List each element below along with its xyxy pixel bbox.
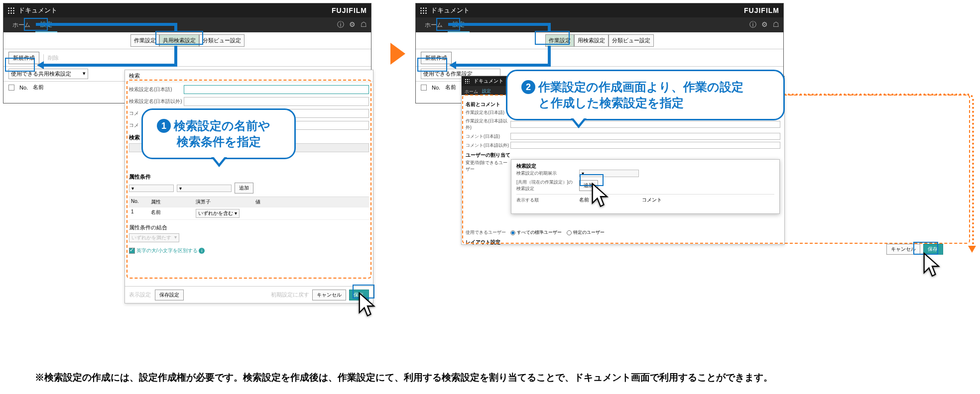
- case-label: 英字の大/小文字を区別する: [136, 248, 198, 253]
- flow-arrow: [548, 46, 551, 67]
- radio-specific-users[interactable]: [567, 230, 572, 235]
- lbl-comment-jp: コメント(日本語): [466, 133, 510, 140]
- app-title: ドキュメント: [431, 6, 470, 15]
- flow-arrow: [448, 23, 548, 26]
- highlight-new-button: [417, 58, 447, 72]
- lbl-show-order: 表示する順: [516, 197, 576, 203]
- show-settings-btn[interactable]: 表示設定: [129, 291, 151, 298]
- add-attr-button[interactable]: 追加: [235, 183, 253, 194]
- apps-icon[interactable]: [465, 79, 470, 84]
- lbl-user-edit: 変更/削除できるユーザー: [466, 160, 510, 173]
- input-comment-other[interactable]: [510, 142, 780, 149]
- section-user-assign: ユーザーの割り当て: [466, 152, 780, 159]
- brand-logo: FUJIFILM: [744, 6, 779, 14]
- section-layout: レイアウト設定: [466, 239, 780, 246]
- op-dropdown[interactable]: いずれかを含む ▾: [196, 209, 240, 218]
- chevron-down-icon: ▾: [83, 70, 86, 78]
- apps-icon[interactable]: [7, 7, 14, 14]
- input-comment-jp[interactable]: [510, 133, 780, 140]
- case-checkbox[interactable]: [129, 248, 135, 254]
- dotted-arrow-head-icon: [968, 246, 976, 253]
- tab-category-view[interactable]: 分類ビュー設定: [199, 34, 245, 47]
- callout-2-tail: [571, 118, 587, 128]
- brand-logo: FUJIFILM: [332, 6, 367, 14]
- help-icon[interactable]: ⓘ: [337, 20, 344, 29]
- lbl-comment-other: コメント(日本語以外): [466, 142, 510, 149]
- tab-work[interactable]: 作業設定: [130, 34, 159, 47]
- mini-settings[interactable]: 設定: [482, 88, 491, 95]
- attr-dd-1[interactable]: ▾: [129, 185, 174, 192]
- flow-arrow: [36, 23, 174, 26]
- flow-arrow: [548, 23, 551, 32]
- col-no: No.: [19, 85, 28, 91]
- th-no: No.: [131, 198, 151, 205]
- input-search-name-jp[interactable]: [184, 85, 369, 94]
- gear-icon[interactable]: ⚙: [761, 20, 768, 29]
- flow-arrow: [44, 64, 174, 67]
- input-work-name-other[interactable]: [510, 121, 780, 128]
- cursor-icon: [922, 252, 942, 278]
- detail-footer: 表示設定 保存設定 初期設定に戻す キャンセル 保存: [125, 286, 373, 303]
- chevron-down-icon: ▾: [131, 186, 134, 191]
- flow-arrow: [174, 46, 177, 67]
- table-row[interactable]: 1 名前 いずれかを含む ▾: [129, 207, 369, 220]
- highlight-new-button: [5, 58, 35, 72]
- delete-disabled: 削除: [43, 54, 59, 62]
- section-join: 属性条件の結合: [129, 224, 369, 231]
- reset-btn[interactable]: 初期設定に戻す: [271, 291, 309, 298]
- mini-home[interactable]: ホーム: [465, 89, 478, 95]
- attr-dd-2[interactable]: ▾: [177, 185, 232, 192]
- lbl-search-name-other: 検索設定名(日本語以外): [129, 98, 184, 105]
- th-op: 演算子: [196, 198, 255, 205]
- footnote: ※検索設定の作成には、設定作成権が必要です。検索設定を作成後は、作業設定にて、利…: [35, 371, 960, 384]
- help-icon[interactable]: ⓘ: [749, 20, 756, 29]
- join-dropdown[interactable]: いずれかを満たす ▾: [129, 233, 179, 242]
- arrow-head-icon: [37, 61, 44, 69]
- th-val: 値: [255, 198, 315, 205]
- col-name: 名前: [33, 84, 44, 91]
- col-name: 名前: [445, 84, 456, 91]
- radio-all-users[interactable]: [510, 230, 515, 235]
- detail-header: 検索: [125, 70, 373, 82]
- dotted-arrow-path: [785, 94, 974, 247]
- lbl-work-name-jp: 作業設定名(日本語): [466, 109, 510, 116]
- search-settings-popup: 検索設定 検索設定の初期展示 ▾ [共用（現在の作業設定）]の検索設定 追加 表…: [511, 159, 780, 214]
- lbl-search-name-jp: 検索設定名(日本語): [129, 86, 184, 93]
- cancel-button[interactable]: キャンセル: [312, 290, 346, 300]
- lbl-user-use: 使用できるユーザー: [466, 229, 510, 236]
- callout-1: 1検索設定の名前や 検索条件を指定: [141, 108, 296, 159]
- info-icon[interactable]: i: [199, 248, 205, 254]
- next-step-arrow-icon: [390, 43, 405, 65]
- select-all-checkbox[interactable]: [421, 85, 427, 91]
- mini-title: ドキュメント: [474, 78, 503, 85]
- select-all-checkbox[interactable]: [8, 85, 14, 91]
- col-no: No.: [432, 85, 440, 91]
- flow-arrow: [456, 64, 548, 67]
- app-title: ドキュメント: [18, 6, 57, 15]
- callout-1-tail: [211, 157, 227, 167]
- lbl-work-name-other: 作業設定名(日本語以外): [466, 118, 510, 131]
- highlight-work-tab: [535, 31, 570, 45]
- tab-shared-search[interactable]: 用検索設定: [574, 34, 609, 47]
- topbar: ドキュメント FUJIFILM: [416, 3, 783, 17]
- lbl-shared-search: [共用（現在の作業設定）]の検索設定: [516, 179, 576, 192]
- lbl-init-display: 検索設定の初期展示: [516, 170, 576, 177]
- save-settings-btn[interactable]: 保存設定: [155, 290, 184, 300]
- user-icon[interactable]: ☖: [773, 20, 779, 29]
- highlight-shared-tab: [155, 31, 203, 45]
- arrow-head-icon: [449, 61, 456, 69]
- cursor-icon: [358, 292, 377, 317]
- tab-category-view[interactable]: 分類ビュー設定: [609, 34, 654, 47]
- gear-icon[interactable]: ⚙: [349, 20, 356, 29]
- flow-arrow: [174, 23, 177, 32]
- cursor-icon: [591, 182, 611, 208]
- th-attr: 属性: [151, 198, 196, 205]
- settings-tabs: 作業設定 用検索設定 分類ビュー設定: [416, 32, 783, 49]
- callout-2: 2作業設定の作成画面より、作業の設定 と作成した検索設定を指定: [506, 70, 785, 120]
- apps-icon[interactable]: [420, 7, 427, 14]
- search-detail-panel: 検索 検索設定名(日本語) 検索設定名(日本語以外) コメ コメ 検索 属性条件…: [124, 70, 373, 303]
- user-icon[interactable]: ☖: [361, 20, 367, 29]
- val-input[interactable]: [255, 209, 310, 216]
- popup-col-comment: コメント: [642, 197, 662, 203]
- input-search-name-other[interactable]: [184, 97, 369, 106]
